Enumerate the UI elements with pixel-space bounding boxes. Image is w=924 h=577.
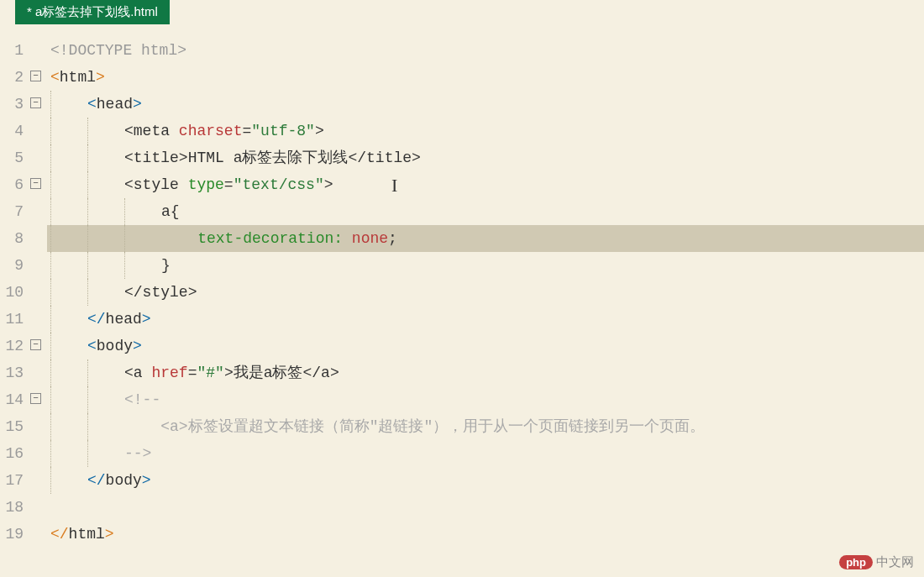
code-line[interactable]: <style type="text/css"> <box>47 171 924 198</box>
file-tab[interactable]: * a标签去掉下划线.html <box>15 0 170 24</box>
line-number: 5 <box>0 144 24 171</box>
code-line[interactable]: <a href="#">我是a标签</a> <box>47 359 924 386</box>
line-number: 19 <box>0 521 24 548</box>
code-line[interactable]: </html> <box>47 521 924 548</box>
code-line[interactable]: </style> <box>47 279 924 306</box>
line-number: 10 <box>0 279 24 306</box>
code-line[interactable]: <body> <box>47 333 924 359</box>
code-area[interactable]: <!DOCTYPE html> <html> <head> <meta char… <box>47 37 924 548</box>
tab-bar: * a标签去掉下划线.html <box>0 0 924 27</box>
fold-toggle-icon[interactable]: − <box>30 393 41 404</box>
line-number: 9 <box>0 252 24 279</box>
line-number: 8 <box>0 225 24 252</box>
line-number: 3 <box>0 91 24 118</box>
line-number: 2 <box>0 64 24 91</box>
code-line[interactable]: text-decoration: none; <box>47 225 924 252</box>
code-editor[interactable]: 1 2 3 4 5 6 7 8 9 10 11 12 13 14 15 16 1… <box>0 37 924 548</box>
line-number: 11 <box>0 306 24 333</box>
code-line[interactable]: <a>标签设置超文本链接（简称"超链接"），用于从一个页面链接到另一个页面。 <box>47 413 924 440</box>
watermark-text: 中文网 <box>876 554 914 570</box>
fold-column: − − − − − <box>29 37 47 548</box>
fold-toggle-icon[interactable]: − <box>30 339 41 350</box>
line-number: 6 <box>0 171 24 198</box>
line-number: 18 <box>0 494 24 521</box>
watermark-badge: php <box>839 555 873 569</box>
line-number: 15 <box>0 413 24 440</box>
code-line[interactable]: <head> <box>47 91 924 118</box>
line-number-gutter: 1 2 3 4 5 6 7 8 9 10 11 12 13 14 15 16 1… <box>0 37 29 548</box>
code-line[interactable]: a{ <box>47 198 924 225</box>
fold-toggle-icon[interactable]: − <box>30 97 41 108</box>
code-line[interactable]: --> <box>47 440 924 467</box>
line-number: 7 <box>0 198 24 225</box>
line-number: 17 <box>0 467 24 494</box>
doctype-text: <!DOCTYPE html> <box>50 37 186 64</box>
line-number: 14 <box>0 386 24 413</box>
line-number: 1 <box>0 37 24 64</box>
line-number: 13 <box>0 359 24 386</box>
line-number: 16 <box>0 440 24 467</box>
fold-toggle-icon[interactable]: − <box>30 71 41 81</box>
code-line[interactable]: <title>HTML a标签去除下划线</title> <box>47 144 924 171</box>
code-line[interactable] <box>47 494 924 521</box>
code-line[interactable]: <!-- <box>47 386 924 413</box>
code-line[interactable]: <meta charset="utf-8"> <box>47 118 924 144</box>
line-number: 12 <box>0 333 24 359</box>
code-line[interactable]: <!DOCTYPE html> <box>47 37 924 64</box>
code-line[interactable]: </body> <box>47 467 924 494</box>
code-line[interactable]: <html> <box>47 64 924 91</box>
line-number: 4 <box>0 118 24 144</box>
fold-toggle-icon[interactable]: − <box>30 178 41 189</box>
code-line[interactable]: </head> <box>47 306 924 333</box>
watermark: php 中文网 <box>839 554 914 570</box>
code-line[interactable]: } <box>47 252 924 279</box>
